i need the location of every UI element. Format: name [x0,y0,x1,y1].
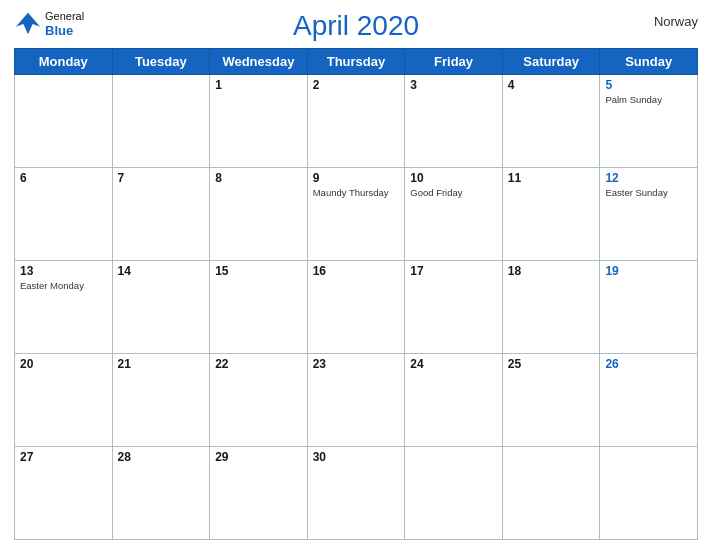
day-cell-1-1 [15,75,113,168]
day-cell-5-2: 28 [112,447,210,540]
header-tuesday: Tuesday [112,49,210,75]
day-cell-5-7 [600,447,698,540]
day-cell-2-7: 12Easter Sunday [600,168,698,261]
day-number: 8 [215,171,302,185]
header-thursday: Thursday [307,49,405,75]
calendar-title: April 2020 [293,10,419,42]
day-number: 3 [410,78,497,92]
day-cell-4-2: 21 [112,354,210,447]
holiday-label: Palm Sunday [605,94,692,106]
day-number: 5 [605,78,692,92]
day-number: 10 [410,171,497,185]
day-cell-3-2: 14 [112,261,210,354]
day-cell-5-5 [405,447,503,540]
week-row-4: 20212223242526 [15,354,698,447]
day-cell-3-1: 13Easter Monday [15,261,113,354]
day-number: 21 [118,357,205,371]
day-cell-3-6: 18 [502,261,600,354]
header-monday: Monday [15,49,113,75]
day-number: 22 [215,357,302,371]
week-row-1: 12345Palm Sunday [15,75,698,168]
logo: General Blue [14,10,84,39]
day-cell-1-7: 5Palm Sunday [600,75,698,168]
weekday-header-row: Monday Tuesday Wednesday Thursday Friday… [15,49,698,75]
logo-bird-icon [14,10,42,38]
day-cell-2-2: 7 [112,168,210,261]
day-cell-1-4: 2 [307,75,405,168]
day-cell-4-4: 23 [307,354,405,447]
day-number: 12 [605,171,692,185]
country-label: Norway [654,14,698,29]
day-cell-3-4: 16 [307,261,405,354]
day-number: 30 [313,450,400,464]
holiday-label: Easter Monday [20,280,107,292]
day-cell-1-5: 3 [405,75,503,168]
day-cell-4-6: 25 [502,354,600,447]
day-number: 16 [313,264,400,278]
svg-marker-0 [16,13,40,34]
day-cell-4-3: 22 [210,354,308,447]
day-number: 19 [605,264,692,278]
day-number: 4 [508,78,595,92]
day-number: 2 [313,78,400,92]
day-number: 9 [313,171,400,185]
day-number: 23 [313,357,400,371]
day-cell-2-3: 8 [210,168,308,261]
day-number: 26 [605,357,692,371]
day-cell-1-2 [112,75,210,168]
week-row-5: 27282930 [15,447,698,540]
day-cell-5-3: 29 [210,447,308,540]
calendar-wrapper: General Blue April 2020 Norway Monday Tu… [0,0,712,550]
day-number: 13 [20,264,107,278]
day-cell-4-5: 24 [405,354,503,447]
day-cell-1-3: 1 [210,75,308,168]
holiday-label: Maundy Thursday [313,187,400,199]
day-number: 20 [20,357,107,371]
day-number: 14 [118,264,205,278]
week-row-2: 6789Maundy Thursday10Good Friday1112East… [15,168,698,261]
day-number: 27 [20,450,107,464]
day-cell-3-5: 17 [405,261,503,354]
day-number: 28 [118,450,205,464]
day-number: 24 [410,357,497,371]
day-number: 25 [508,357,595,371]
day-number: 15 [215,264,302,278]
day-cell-4-7: 26 [600,354,698,447]
day-number: 17 [410,264,497,278]
day-number: 18 [508,264,595,278]
header-friday: Friday [405,49,503,75]
day-cell-5-1: 27 [15,447,113,540]
day-number: 1 [215,78,302,92]
holiday-label: Easter Sunday [605,187,692,199]
holiday-label: Good Friday [410,187,497,199]
header-sunday: Sunday [600,49,698,75]
day-cell-3-3: 15 [210,261,308,354]
day-cell-2-4: 9Maundy Thursday [307,168,405,261]
week-row-3: 13Easter Monday141516171819 [15,261,698,354]
logo-text: General Blue [45,10,84,39]
header-wednesday: Wednesday [210,49,308,75]
day-number: 6 [20,171,107,185]
day-cell-5-6 [502,447,600,540]
day-cell-4-1: 20 [15,354,113,447]
day-cell-2-6: 11 [502,168,600,261]
day-cell-1-6: 4 [502,75,600,168]
day-number: 7 [118,171,205,185]
day-cell-5-4: 30 [307,447,405,540]
day-cell-2-1: 6 [15,168,113,261]
day-cell-2-5: 10Good Friday [405,168,503,261]
day-cell-3-7: 19 [600,261,698,354]
day-number: 11 [508,171,595,185]
calendar-table: Monday Tuesday Wednesday Thursday Friday… [14,48,698,540]
calendar-header: General Blue April 2020 Norway [14,10,698,42]
day-number: 29 [215,450,302,464]
header-saturday: Saturday [502,49,600,75]
